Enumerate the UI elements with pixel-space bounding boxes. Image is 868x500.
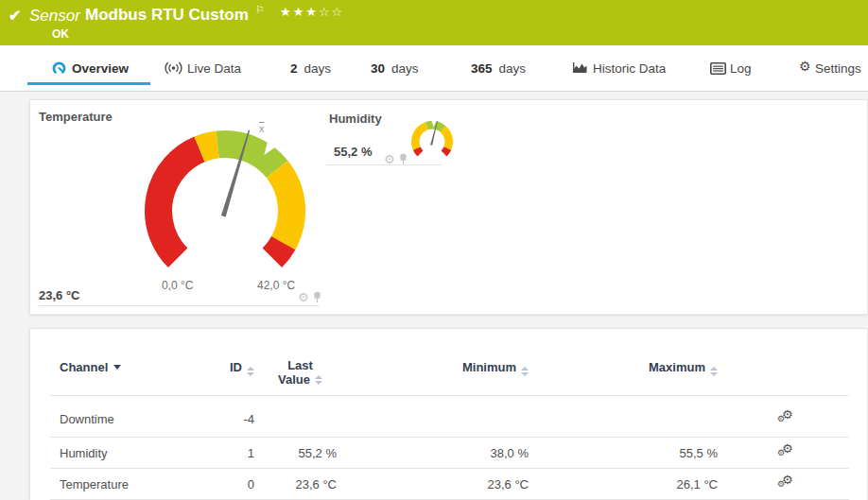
tab-live-data[interactable]: Live Data: [187, 45, 241, 91]
temperature-current-value: 23,6 °C: [39, 288, 80, 302]
humidity-current-value: 55,2 %: [334, 145, 372, 159]
tab-log[interactable]: Log: [730, 45, 752, 91]
temperature-scale-min: 0,0 °C: [162, 279, 193, 292]
humidity-gauge-title: Humidity: [329, 112, 382, 126]
tab-365-days[interactable]: 365 days: [471, 45, 526, 91]
sort-arrows-icon: [247, 367, 254, 376]
temperature-widget-divider: [39, 305, 320, 306]
sort-arrows-icon: [710, 367, 718, 376]
temperature-gear-icon[interactable]: ⚙: [298, 291, 309, 303]
column-header-last-value[interactable]: Last Value: [264, 360, 346, 387]
column-header-id-label: ID: [230, 360, 242, 374]
tab-live-data-label: Live Data: [187, 61, 241, 76]
column-header-channel[interactable]: Channel: [50, 360, 181, 387]
temperature-pin-icon[interactable]: [313, 291, 321, 303]
channel-settings-icon[interactable]: ⚙⚙: [777, 410, 794, 425]
tab-historic-data-label: Historic Data: [593, 61, 666, 76]
stars-filled: ★★★: [280, 5, 319, 19]
cell-last-value: 55,2 %: [264, 446, 346, 460]
cell-id: 1: [181, 446, 264, 460]
tab-log-label: Log: [730, 61, 752, 76]
temperature-average-marker: x: [259, 123, 265, 134]
tab-365-days-label: days: [499, 61, 527, 76]
sensor-title: Modbus RTU Custom: [85, 6, 249, 25]
tab-2-days[interactable]: 2 days: [290, 45, 331, 91]
sort-arrows-icon: [315, 375, 322, 385]
cell-channel[interactable]: Temperature: [50, 477, 181, 491]
table-row-temperature: Temperature 0 23,6 °C 23,6 °C 26,1 °C ⚙⚙: [50, 469, 849, 500]
column-header-value-label: Value: [278, 372, 310, 387]
sort-arrows-icon: [521, 367, 529, 376]
temperature-scale-max: 42,0 °C: [257, 279, 295, 292]
broadcast-icon: [164, 61, 183, 75]
tab-30-days-label: days: [391, 61, 419, 76]
column-header-channel-label: Channel: [60, 360, 108, 374]
cell-maximum: 26,1 °C: [538, 477, 727, 491]
ok-check-icon: ✔: [9, 7, 21, 25]
gauge-icon: [51, 60, 67, 76]
sort-desc-icon: [113, 365, 121, 370]
status-badge: OK: [52, 27, 69, 41]
column-header-last-label: Last: [287, 358, 313, 372]
cell-maximum: 55,5 %: [538, 446, 727, 460]
column-header-maximum[interactable]: Maximum: [538, 360, 727, 387]
cell-id: -4: [181, 412, 264, 426]
tab-365-days-number: 365: [471, 61, 493, 76]
priority-stars[interactable]: ★★★☆☆: [280, 5, 344, 19]
humidity-widget-divider: [326, 164, 442, 165]
settings-gear-icon: ⚙: [799, 59, 811, 74]
gauges-panel: Temperature x 0,0 °C 42,0 °C 23,6 °C ⚙ H…: [29, 99, 868, 315]
tab-2-days-number: 2: [290, 61, 298, 76]
tab-overview-label: Overview: [72, 61, 129, 76]
tab-bar: Overview Live Data 2 days 30 days 365 da…: [0, 45, 868, 92]
column-header-minimum-label: Minimum: [462, 360, 516, 374]
tab-30-days-number: 30: [371, 61, 385, 76]
column-header-maximum-label: Maximum: [649, 360, 705, 374]
channel-settings-icon[interactable]: ⚙⚙: [777, 475, 794, 491]
flag-icon[interactable]: ⚐: [255, 4, 265, 16]
stars-empty: ☆☆: [319, 5, 344, 19]
temperature-gauge-title: Temperature: [39, 110, 113, 124]
cell-last-value: 23,6 °C: [264, 477, 346, 491]
cell-id: 0: [181, 477, 264, 491]
tab-2-days-label: days: [304, 61, 332, 76]
tab-historic-data[interactable]: Historic Data: [593, 45, 666, 91]
humidity-gauge: [404, 117, 460, 166]
cell-channel[interactable]: Downtime: [50, 412, 181, 426]
column-header-minimum[interactable]: Minimum: [346, 360, 538, 387]
channels-panel: Channel ID Last Value Minimum Maximum Do…: [29, 328, 868, 500]
log-list-icon: [710, 62, 726, 75]
tab-settings-label: Settings: [815, 61, 861, 76]
cell-minimum: 23,6 °C: [346, 477, 538, 491]
table-row-humidity: Humidity 1 55,2 % 38,0 % 55,5 % ⚙⚙: [50, 438, 849, 469]
temperature-gauge: [134, 124, 323, 284]
table-header-row: Channel ID Last Value Minimum Maximum: [50, 360, 849, 396]
cell-minimum: 38,0 %: [346, 446, 538, 460]
channel-settings-icon[interactable]: ⚙⚙: [777, 444, 794, 459]
tab-settings[interactable]: ⚙ Settings: [815, 45, 861, 91]
cell-channel[interactable]: Humidity: [50, 446, 181, 460]
tab-30-days[interactable]: 30 days: [371, 45, 419, 91]
active-tab-underline: [27, 82, 150, 85]
tab-overview[interactable]: Overview: [72, 45, 129, 91]
table-row-downtime: Downtime -4 ⚙⚙: [50, 401, 849, 438]
column-header-id[interactable]: ID: [181, 360, 264, 387]
historic-chart-icon: [571, 61, 588, 74]
object-type-label: Sensor: [29, 7, 80, 26]
sensor-status-header: ✔ Sensor Modbus RTU Custom ⚐ ★★★☆☆ OK: [0, 0, 868, 45]
